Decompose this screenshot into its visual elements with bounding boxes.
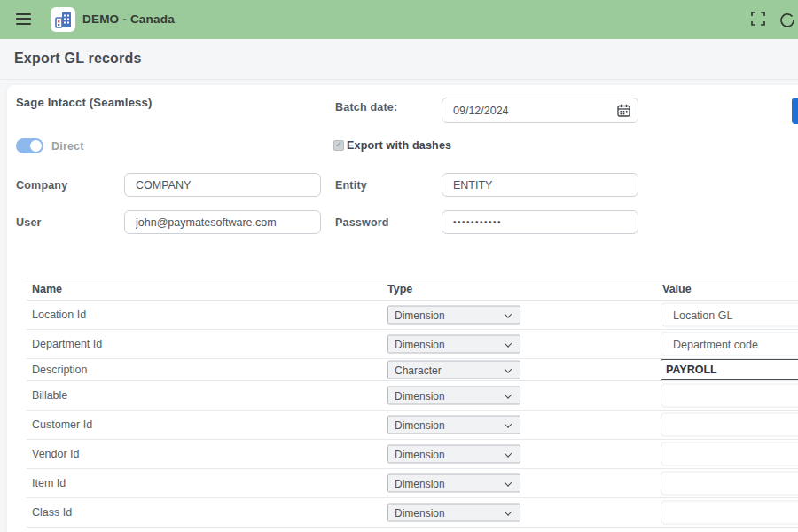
entity-label: Entity <box>335 179 367 192</box>
company-buildings-icon[interactable] <box>51 7 75 32</box>
integration-name-label: Sage Intacct (Seamless) <box>16 96 152 109</box>
type-select[interactable]: Dimension <box>387 474 520 493</box>
page-title: Export GL records <box>14 51 142 66</box>
value-input[interactable] <box>661 384 798 408</box>
table-row: Item Id Dimension <box>27 469 798 498</box>
export-settings-card: Sage Intacct (Seamless) Batch date: Dire… <box>7 85 798 532</box>
value-input[interactable] <box>661 472 798 496</box>
field-name: Vendor Id <box>32 448 80 460</box>
table-row: Billable Dimension <box>27 381 798 411</box>
type-select[interactable]: Dimension <box>387 387 520 405</box>
password-label: Password <box>335 216 389 229</box>
value-input[interactable] <box>661 359 798 380</box>
entity-input[interactable] <box>442 173 638 197</box>
field-name: Department Id <box>32 338 102 350</box>
table-row: Class Id Dimension <box>27 498 798 528</box>
user-input[interactable] <box>124 210 321 234</box>
chevron-down-icon <box>505 420 512 427</box>
table-row: Customer Id Dimension <box>27 411 798 440</box>
export-with-dashes-checkbox[interactable] <box>333 140 344 151</box>
page-title-bar: Export GL records <box>0 39 798 80</box>
type-select-value: Dimension <box>395 338 445 350</box>
user-label: User <box>16 216 42 229</box>
table-row: Location Id Dimension <box>27 301 798 330</box>
type-select-value: Dimension <box>395 448 445 460</box>
password-input[interactable] <box>442 210 638 234</box>
field-name: Class Id <box>32 506 72 519</box>
value-input[interactable] <box>661 413 798 437</box>
field-name: Location Id <box>32 309 86 321</box>
value-input[interactable] <box>661 442 798 466</box>
export-with-dashes-label: Export with dashes <box>347 139 451 152</box>
type-select-value: Dimension <box>395 506 445 519</box>
batch-date-input[interactable] <box>442 98 638 123</box>
chevron-down-icon <box>505 310 512 317</box>
direct-toggle[interactable] <box>16 138 43 153</box>
type-select[interactable]: Dimension <box>387 504 520 522</box>
direct-toggle-label: Direct <box>51 140 84 153</box>
type-select-value: Dimension <box>395 477 445 489</box>
table-header-row: Name Type Value <box>27 278 798 301</box>
column-header-name: Name <box>32 283 62 295</box>
chevron-down-icon <box>505 450 512 457</box>
value-input[interactable] <box>661 303 798 327</box>
type-select[interactable]: Dimension <box>387 335 520 354</box>
export-gl-screen: DEMO - Canada Export GL records Sage Int… <box>0 0 798 532</box>
type-select-value: Dimension <box>395 389 445 402</box>
app-title: DEMO - Canada <box>82 0 175 39</box>
type-select[interactable]: Character <box>387 361 520 379</box>
type-select[interactable]: Dimension <box>387 416 520 434</box>
chevron-down-icon <box>505 508 512 515</box>
app-header: DEMO - Canada <box>0 0 798 39</box>
type-select-value: Character <box>395 364 442 376</box>
type-select-value: Dimension <box>395 309 445 321</box>
export-button[interactable] <box>792 98 798 124</box>
column-header-type: Type <box>387 283 412 295</box>
chevron-down-icon <box>505 340 512 347</box>
company-label: Company <box>16 179 67 192</box>
gl-mapping-table: Name Type Value Location Id Dimension De… <box>27 278 798 528</box>
type-select[interactable]: Dimension <box>387 445 520 464</box>
field-name: Customer Id <box>32 419 92 431</box>
field-name: Billable <box>32 389 67 402</box>
field-name: Item Id <box>32 477 66 489</box>
refresh-icon[interactable] <box>779 12 795 27</box>
value-input[interactable] <box>661 501 798 525</box>
batch-date-label: Batch date: <box>335 101 397 113</box>
type-select[interactable]: Dimension <box>387 306 520 325</box>
company-input[interactable] <box>124 173 321 197</box>
chevron-down-icon <box>505 479 512 486</box>
table-row: Vendor Id Dimension <box>27 440 798 469</box>
table-row: Department Id Dimension <box>27 330 798 359</box>
fullscreen-icon[interactable] <box>751 12 767 27</box>
table-row: Description Character <box>27 359 798 381</box>
chevron-down-icon <box>505 391 512 398</box>
hamburger-menu-icon[interactable] <box>16 13 31 25</box>
value-input[interactable] <box>661 332 798 356</box>
field-name: Description <box>32 364 88 376</box>
column-header-value: Value <box>662 283 692 295</box>
type-select-value: Dimension <box>395 419 445 431</box>
table-body: Location Id Dimension Department Id Dime… <box>27 301 798 528</box>
chevron-down-icon <box>505 365 512 372</box>
